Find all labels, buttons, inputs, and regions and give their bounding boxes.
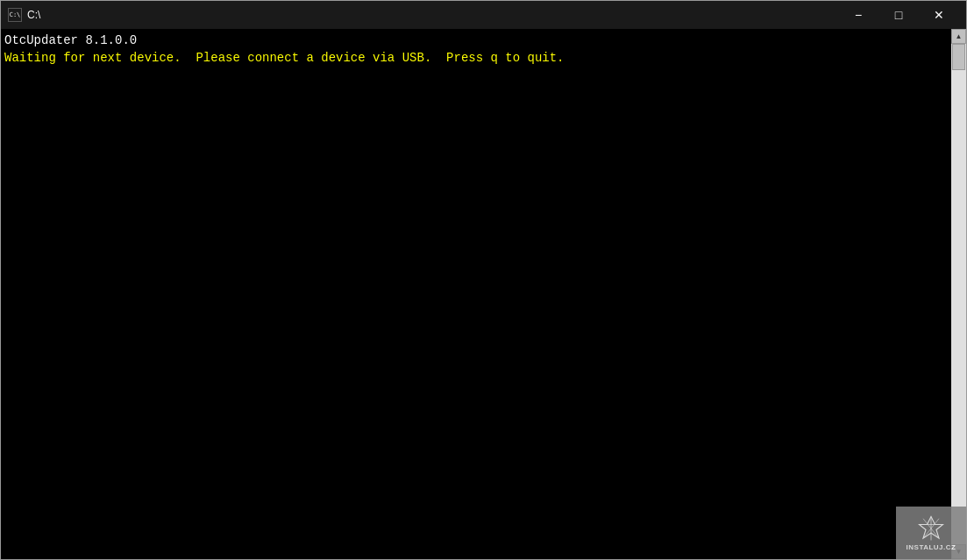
scroll-up-arrow[interactable]: ▲ bbox=[951, 29, 966, 44]
watermark-logo-icon bbox=[918, 515, 944, 542]
title-bar-controls: − □ ✕ bbox=[838, 1, 959, 29]
title-bar: C:\ − □ ✕ bbox=[1, 1, 966, 29]
terminal-body[interactable]: OtcUpdater 8.1.0.0 Waiting for next devi… bbox=[1, 29, 966, 559]
scrollbar[interactable]: ▲ ▼ bbox=[951, 29, 966, 559]
terminal-line-2: Waiting for next device. Please connect … bbox=[4, 50, 963, 67]
close-button[interactable]: ✕ bbox=[919, 1, 959, 29]
watermark: INSTALUJ.CZ bbox=[896, 507, 966, 559]
terminal-line-1: OtcUpdater 8.1.0.0 bbox=[4, 32, 963, 50]
scrollbar-track[interactable] bbox=[951, 44, 966, 544]
restore-button[interactable]: □ bbox=[878, 1, 919, 29]
window-title: C:\ bbox=[27, 9, 40, 21]
cmd-window: C:\ − □ ✕ OtcUpdater 8.1.0.0 Waiting for… bbox=[0, 0, 967, 560]
terminal-content: OtcUpdater 8.1.0.0 Waiting for next devi… bbox=[1, 29, 966, 559]
title-bar-left: C:\ bbox=[8, 8, 40, 22]
cmd-icon bbox=[8, 8, 22, 22]
scrollbar-thumb[interactable] bbox=[952, 44, 965, 70]
minimize-button[interactable]: − bbox=[838, 1, 878, 29]
watermark-text: INSTALUJ.CZ bbox=[907, 543, 956, 551]
